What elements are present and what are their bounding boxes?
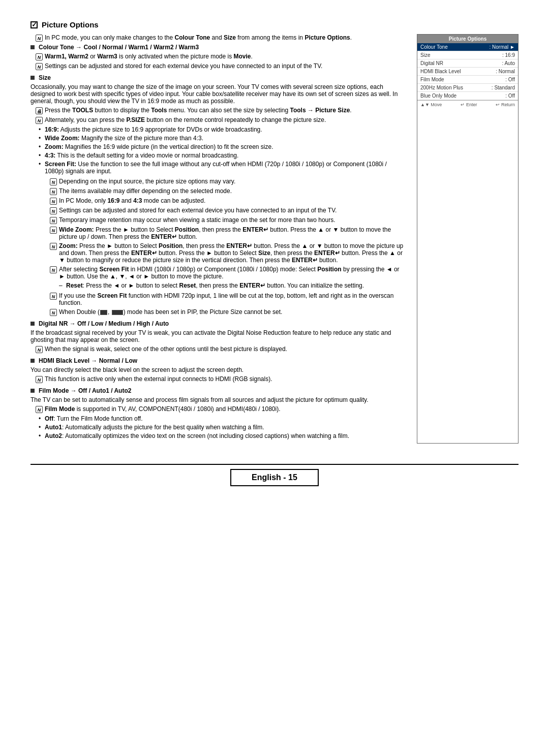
digital-nr-para: If the broadcast signal received by your… xyxy=(30,329,407,343)
sf-note3: N In PC Mode, only 16:9 and 4:3 mode can… xyxy=(45,197,407,205)
bullet-screenfit: Screen Fit: Use the function to see the … xyxy=(45,161,407,175)
po-row-blue-only: Blue Only Mode : Off xyxy=(417,92,518,100)
section-title: Picture Options xyxy=(30,20,518,29)
hdmi-black-subsection: HDMI Black Level → Normal / Low You can … xyxy=(30,357,407,383)
sf-note9: N If you use the Screen Fit function wit… xyxy=(45,292,407,306)
film-mode-subsection: Film Mode → Off / Auto1 / Auto2 The TV c… xyxy=(30,387,407,439)
sf-note2: N The items available may differ dependi… xyxy=(45,187,407,195)
sf-note7: N Zoom: Press the ► button to Select Pos… xyxy=(45,242,407,264)
note-icon-ct1: N xyxy=(36,53,43,60)
square-bullet-nr xyxy=(30,322,35,326)
square-bullet-size xyxy=(30,76,35,80)
ni-hdmi: N xyxy=(36,376,43,383)
po-row-film-mode: Film Mode : Off xyxy=(417,76,518,84)
bullet-43: 4:3: This is the default setting for a v… xyxy=(45,152,407,159)
double-box2 xyxy=(112,310,123,315)
note-icon-s2: N xyxy=(36,117,43,124)
bullet-169: 16:9: Adjusts the picture size to 16:9 a… xyxy=(45,126,407,133)
po-row-hdmi-black: HDMI Black Level : Normal xyxy=(417,68,518,76)
sf-note6: N Wide Zoom: Press the ► button to Selec… xyxy=(45,226,407,240)
digital-nr-subsection: Digital NR → Off / Low / Medium / High /… xyxy=(30,320,407,353)
po-row-colour-tone: Colour Tone : Normal ► xyxy=(417,43,518,51)
film-mode-para: The TV can be set to automatically sense… xyxy=(30,396,407,403)
colour-tone-note1-text: Warm1, Warm2 or Warm3 is only activated … xyxy=(45,53,253,60)
footer-text: English - 15 xyxy=(230,469,319,486)
note-icon-ct2: N xyxy=(36,63,43,70)
po-row-size: Size : 16:9 xyxy=(417,51,518,59)
sf-note5: N Temporary image retention may occur wh… xyxy=(45,216,407,224)
ni-sf3: N xyxy=(50,198,57,205)
colour-tone-note2-text: Settings can be adjusted and stored for … xyxy=(45,62,322,70)
footer-bar: English - 15 xyxy=(30,464,518,490)
film-mode-header: Film Mode → Off / Auto1 / Auto2 xyxy=(30,387,407,394)
bullet-zoom: Zoom: Magnifies the 16:9 wide picture (i… xyxy=(45,143,407,150)
square-bullet-film xyxy=(30,389,35,393)
po-return: ↩ Return xyxy=(496,102,515,107)
po-row-digital-nr: Digital NR : Auto xyxy=(417,59,518,68)
digital-nr-header: Digital NR → Off / Low / Medium / High /… xyxy=(30,320,407,327)
square-bullet-colour xyxy=(30,45,35,49)
size-para: Occasionally, you may want to change the… xyxy=(30,83,407,105)
note-icon-s1: 🖨 xyxy=(36,107,43,114)
colour-tone-header: Colour Tone → Cool / Normal / Warm1 / Wa… xyxy=(30,44,407,51)
ni-film: N xyxy=(36,406,43,413)
po-box-title: Picture Options xyxy=(417,35,518,43)
colour-tone-note2: N Settings can be adjusted and stored fo… xyxy=(30,62,407,70)
ni-sf5: N xyxy=(50,217,57,224)
main-content: N In PC mode, you can only make changes … xyxy=(30,34,518,444)
page-content: Picture Options N In PC mode, you can on… xyxy=(30,20,518,490)
hdmi-black-title: HDMI Black Level → Normal / Low xyxy=(39,357,137,364)
sf-note8: N After selecting Screen Fit in HDMI (10… xyxy=(45,266,407,280)
ni-nr: N xyxy=(36,346,43,353)
double-box1 xyxy=(100,310,107,315)
bullet-film-auto1: Auto1: Automatically adjusts the picture… xyxy=(45,424,407,431)
po-row-200hz: 200Hz Motion Plus : Standard xyxy=(417,84,518,92)
reset-bullet: Reset: Press the ◄ or ► button to select… xyxy=(45,282,407,289)
ni-sf8: N xyxy=(50,266,57,273)
ni-sf4: N xyxy=(50,207,57,214)
size-note1-text: Press the TOOLS button to display the To… xyxy=(45,107,352,114)
checkbox-icon xyxy=(30,21,38,28)
film-mode-note: N Film Mode is supported in TV, AV, COMP… xyxy=(30,405,407,413)
size-title: Size xyxy=(39,74,51,81)
bullet-film-auto2: Auto2: Automatically optimizes the video… xyxy=(45,432,407,439)
size-note2-text: Alternately, you can press the P.SIZE bu… xyxy=(45,116,326,123)
square-bullet-hdmi xyxy=(30,359,35,363)
po-footer: ▲▼ Move ↵ Enter ↩ Return xyxy=(417,100,518,109)
size-subsection: Size Occasionally, you may want to chang… xyxy=(30,74,407,316)
ni-sf6: N xyxy=(50,227,57,234)
hdmi-black-header: HDMI Black Level → Normal / Low xyxy=(30,357,407,364)
hdmi-black-para: You can directly select the black level … xyxy=(30,366,407,373)
size-header: Size xyxy=(30,74,407,81)
digital-nr-title: Digital NR → Off / Low / Medium / High /… xyxy=(39,320,169,327)
colour-tone-subsection: Colour Tone → Cool / Normal / Warm1 / Wa… xyxy=(30,44,407,70)
sf-note1: N Depending on the input source, the pic… xyxy=(45,178,407,185)
hdmi-black-note: N This function is active only when the … xyxy=(30,375,407,383)
ni-sf1: N xyxy=(50,178,57,185)
sf-note10: N When Double (, ) mode has been set in … xyxy=(45,308,407,316)
pc-mode-note: N In PC mode, you can only make changes … xyxy=(30,34,407,42)
ni-sf7: N xyxy=(50,243,57,250)
colour-tone-title: Colour Tone → Cool / Normal / Warm1 / Wa… xyxy=(39,44,199,51)
section-title-text: Picture Options xyxy=(42,20,99,29)
ni-sf10: N xyxy=(50,309,57,316)
size-note1: 🖨 Press the TOOLS button to display the … xyxy=(30,107,407,114)
film-mode-title: Film Mode → Off / Auto1 / Auto2 xyxy=(39,387,131,394)
pc-mode-text: In PC mode, you can only make changes to… xyxy=(45,34,352,41)
size-note2: N Alternately, you can press the P.SIZE … xyxy=(30,116,407,124)
colour-tone-note1: N Warm1, Warm2 or Warm3 is only activate… xyxy=(30,53,407,60)
po-move: ▲▼ Move xyxy=(420,102,442,107)
text-column: N In PC mode, you can only make changes … xyxy=(30,34,407,444)
sf-note4: N Settings can be adjusted and stored fo… xyxy=(45,207,407,214)
po-enter: ↵ Enter xyxy=(461,102,477,107)
film-mode-bullets: Off: Turn the Film Mode function off. Au… xyxy=(30,415,407,439)
ni-sf2: N xyxy=(50,188,57,195)
bullet-film-off: Off: Turn the Film Mode function off. xyxy=(45,415,407,422)
screen-fit-notes: N Depending on the input source, the pic… xyxy=(30,178,407,316)
note-icon-pc: N xyxy=(36,35,43,42)
reset-item: Reset: Press the ◄ or ► button to select… xyxy=(66,282,407,289)
bullet-widezoom: Wide Zoom: Magnify the size of the pictu… xyxy=(45,135,407,142)
ni-sf9: N xyxy=(50,293,57,300)
digital-nr-note: N When the signal is weak, select one of… xyxy=(30,345,407,353)
size-bullets: 16:9: Adjusts the picture size to 16:9 a… xyxy=(30,126,407,175)
